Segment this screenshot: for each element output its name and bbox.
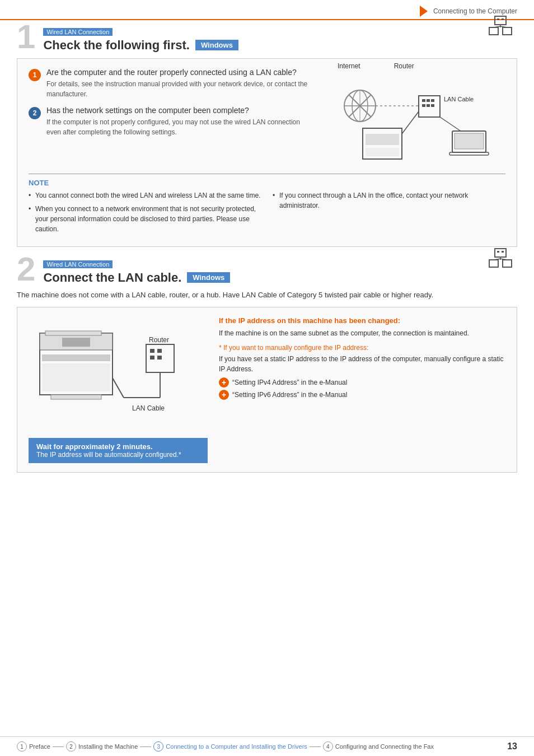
- header-bar: Connecting to the Computer: [0, 0, 534, 20]
- nav-arrow-2: [140, 746, 151, 747]
- svg-rect-42: [42, 354, 110, 361]
- step2-content-header: Wired LAN Connection Connect the LAN cab…: [43, 260, 472, 285]
- svg-rect-28: [366, 134, 399, 145]
- nav-item-2[interactable]: 2 Installing the Machine: [66, 741, 138, 752]
- svg-rect-41: [62, 338, 90, 347]
- step1-section: 1 Wired LAN Connection Check the followi…: [17, 26, 517, 247]
- svg-line-54: [113, 378, 124, 398]
- svg-rect-44: [51, 395, 101, 399]
- svg-rect-21: [431, 104, 434, 107]
- checklist-block-2: Has the network settings on the computer…: [46, 106, 315, 137]
- svg-rect-0: [495, 16, 506, 25]
- step1-title-text: Check the following first.: [43, 38, 190, 53]
- svg-rect-37: [497, 251, 499, 253]
- header-arrow-icon: [420, 6, 428, 17]
- svg-text:LAN Cable: LAN Cable: [444, 96, 474, 102]
- note-left-0: You cannot connect both the wired LAN an…: [29, 190, 261, 200]
- svg-rect-50: [157, 356, 162, 360]
- checklist-num-1: 1: [29, 69, 41, 81]
- svg-line-36: [500, 259, 507, 260]
- step1-header-row: 1 Wired LAN Connection Check the followi…: [17, 26, 517, 54]
- step1-lan-icon: [484, 15, 517, 48]
- note-columns: You cannot connect both the wired LAN an…: [29, 190, 505, 237]
- step2-left-panel: Router LAN Cable Wait for approximately …: [29, 316, 208, 463]
- ipv4-link-label: “Setting IPv4 Address” in the e-Manual: [232, 379, 347, 386]
- step1-tag: Wired LAN Connection: [43, 28, 113, 36]
- wait-box: Wait for approximately 2 minutes. The IP…: [29, 438, 208, 463]
- step2-tag: Wired LAN Connection: [43, 260, 113, 268]
- svg-rect-17: [427, 99, 430, 102]
- step1-diagram-labels: Internet Router: [338, 62, 505, 70]
- step2-lan-icon: [484, 248, 517, 280]
- nav-arrow-3: [310, 746, 321, 747]
- svg-line-5: [500, 26, 507, 27]
- svg-rect-43: [42, 363, 110, 391]
- svg-line-4: [494, 26, 500, 27]
- checklist-item-1: 1 Are the computer and the router proper…: [29, 68, 315, 99]
- ipv4-link-icon: +: [219, 377, 229, 388]
- svg-rect-25: [455, 133, 484, 149]
- nav-num-2: 2: [66, 741, 76, 752]
- note-col-left: You cannot connect both the wired LAN an…: [29, 190, 261, 237]
- step2-title-text: Connect the LAN cable.: [43, 270, 181, 285]
- checklist-detail2: If the computer is not properly configur…: [46, 117, 315, 137]
- header-title: Connecting to the Computer: [433, 7, 517, 15]
- svg-line-23: [440, 117, 461, 131]
- main-content: 1 Wired LAN Connection Check the followi…: [0, 20, 534, 486]
- step2-number: 2: [17, 253, 35, 286]
- svg-rect-48: [157, 349, 162, 353]
- checklist-q1: Are the computer and the router properly…: [46, 68, 315, 77]
- nav-item-3[interactable]: 3 Connecting to a Computer and Installin…: [153, 741, 307, 752]
- svg-rect-29: [366, 148, 399, 156]
- note-title: NOTE: [29, 179, 505, 187]
- nav-label-1: Preface: [29, 743, 50, 750]
- svg-rect-7: [502, 18, 504, 20]
- svg-rect-31: [495, 249, 506, 257]
- checklist-detail1: For details, see the instruction manual …: [46, 79, 315, 99]
- step2-main-title: Connect the LAN cable. Windows: [43, 270, 472, 285]
- nav-label-2: Installing the Machine: [78, 743, 138, 750]
- step1-number: 1: [17, 20, 35, 54]
- step1-network-diagram: LAN Cable: [326, 72, 505, 167]
- step2-right-panel: If the IP address on this machine has be…: [219, 316, 505, 463]
- step2-windows-badge: Windows: [187, 272, 230, 283]
- svg-rect-32: [489, 260, 498, 267]
- ipv6-link-label: “Setting IPv6 Address” in the e-Manual: [232, 391, 347, 399]
- svg-rect-45: [45, 331, 101, 335]
- step2-box: Router LAN Cable Wait for approximately …: [17, 307, 517, 473]
- manual-link-ipv6: + “Setting IPv6 Address” in the e-Manual: [219, 390, 505, 400]
- ipv6-link-icon: +: [219, 390, 229, 400]
- svg-rect-38: [502, 251, 504, 253]
- step1-content-header: Wired LAN Connection Check the following…: [43, 27, 472, 53]
- checklist-item-2: 2 Has the network settings on the comput…: [29, 106, 315, 137]
- note-left-1: When you connect to a network environmen…: [29, 204, 261, 234]
- step1-diagram: Internet Router: [326, 62, 505, 169]
- nav-label-4: Configuring and Connecting the Fax: [335, 743, 434, 750]
- checklist-block-1: Are the computer and the router properly…: [46, 68, 315, 99]
- step2-section: 2 Wired LAN Connection Connect the LAN c…: [17, 258, 517, 473]
- page-number: 13: [507, 741, 517, 752]
- manual-link-ipv4: + “Setting IPv4 Address” in the e-Manual: [219, 377, 505, 388]
- svg-rect-16: [422, 99, 425, 102]
- svg-rect-18: [431, 99, 434, 102]
- step1-main-title: Check the following first. Windows: [43, 38, 472, 53]
- svg-line-35: [494, 259, 500, 260]
- ip-manual-text: If you have set a static IP address to t…: [219, 354, 505, 374]
- step2-description: The machine does not come with a LAN cab…: [17, 290, 517, 301]
- svg-rect-33: [503, 260, 512, 267]
- svg-rect-47: [150, 349, 154, 353]
- bottom-nav: 1 Preface 2 Installing the Machine 3 Con…: [0, 736, 534, 756]
- note-section: NOTE You cannot connect both the wired L…: [29, 174, 505, 237]
- router-label: Router: [394, 62, 414, 70]
- wait-box-subtitle: The IP address will be automatically con…: [36, 451, 200, 459]
- nav-num-4: 4: [323, 741, 333, 752]
- svg-rect-6: [497, 18, 499, 20]
- nav-item-1[interactable]: 1 Preface: [17, 741, 50, 752]
- svg-rect-26: [449, 152, 489, 155]
- step2-header-row: 2 Wired LAN Connection Connect the LAN c…: [17, 258, 517, 286]
- checklist-q2: Has the network settings on the computer…: [46, 106, 315, 115]
- svg-rect-49: [150, 356, 154, 360]
- ip-changed-title: If the IP address on this machine has be…: [219, 316, 505, 325]
- nav-item-4[interactable]: 4 Configuring and Connecting the Fax: [323, 741, 434, 752]
- ip-manual-title: * If you want to manually configure the …: [219, 344, 505, 352]
